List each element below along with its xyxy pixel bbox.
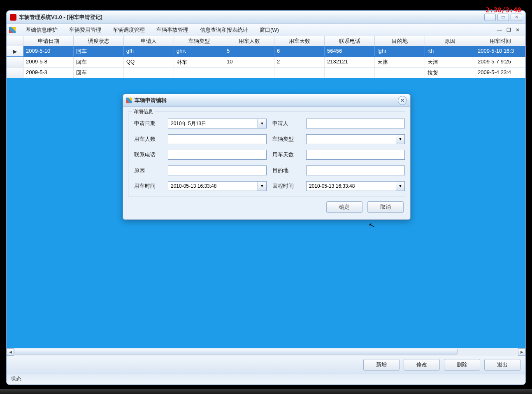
row-selector[interactable] — [7, 57, 23, 67]
grid-cell[interactable] — [224, 68, 274, 78]
label-vehicle-type: 车辆类型 — [272, 135, 300, 143]
dialog-title: 车辆申请编辑 — [135, 97, 398, 104]
col-phone[interactable]: 联系电话 — [325, 36, 375, 46]
menu-window[interactable]: 窗口(W) — [254, 25, 285, 35]
scroll-track[interactable] — [14, 348, 518, 356]
grid-cell[interactable]: 拉货 — [425, 68, 475, 78]
label-return-time: 回程时间 — [272, 182, 300, 190]
col-dispatch-status[interactable]: 调度状态 — [74, 36, 124, 46]
mdi-close[interactable]: ✕ — [514, 27, 521, 33]
grid-cell[interactable]: 2009-5-7 9:25 — [475, 57, 525, 67]
input-days[interactable] — [306, 150, 405, 160]
grid-cell[interactable]: 回车 — [74, 57, 124, 67]
scroll-right-button[interactable]: ▶ — [518, 348, 525, 356]
input-vehicle-type[interactable] — [306, 134, 396, 144]
label-days: 用车天数 — [272, 151, 300, 159]
maximize-button[interactable]: ▭ — [497, 14, 509, 21]
input-apply-date[interactable] — [168, 119, 258, 128]
grid-cell[interactable] — [375, 68, 425, 78]
grid-cell[interactable] — [274, 68, 325, 78]
ok-button[interactable]: 确定 — [326, 201, 362, 213]
grid-cell[interactable]: 2 — [274, 57, 325, 67]
grid-cell[interactable]: 5 — [224, 46, 274, 56]
video-time-overlay: 2:38/3:40 — [486, 6, 521, 14]
mdi-minimize[interactable]: — — [496, 27, 503, 33]
grid-cell[interactable]: rth — [425, 46, 475, 56]
grid-cell[interactable]: 回车 — [74, 46, 124, 56]
main-title: 车辆管理系统V1.0 - [用车申请登记] — [19, 14, 484, 21]
grid-cell[interactable]: 2132121 — [325, 57, 375, 67]
menu-accident-mgmt[interactable]: 车辆事故管理 — [151, 25, 194, 35]
table-row[interactable]: 2009-5-3回车拉货2009-5-4 23:4 — [7, 68, 525, 78]
return-time-dropdown[interactable]: ▼ — [396, 181, 405, 191]
grid-cell[interactable]: fghr — [375, 46, 425, 56]
grid-cell[interactable]: 6 — [274, 46, 325, 56]
grid-cell[interactable]: 2009-5-10 — [23, 46, 74, 56]
scroll-thumb[interactable] — [14, 349, 458, 354]
add-button[interactable]: 新增 — [363, 359, 400, 371]
col-vehicle-type[interactable]: 车辆类型 — [174, 36, 224, 46]
col-use-time[interactable]: 用车时间 — [475, 36, 525, 46]
col-applicant[interactable]: 申请人 — [124, 36, 174, 46]
dialog-body: 详细信息 申请日期 ▼ 申请人 用车人数 车辆类型 ▼ — [123, 107, 410, 219]
table-row[interactable]: 2009-5-8回车QQ卧车1022132121天津天津2009-5-7 9:2… — [7, 57, 525, 68]
col-destination[interactable]: 目的地 — [375, 36, 425, 46]
grid-cell[interactable]: 2009-5-10 16:3 — [475, 46, 525, 56]
minimize-button[interactable]: — — [484, 14, 496, 21]
grid-cell[interactable]: 2009-5-3 — [23, 68, 74, 78]
dialog-close-button[interactable]: ✕ — [398, 96, 407, 105]
horizontal-scrollbar[interactable]: ◀ ▶ — [7, 348, 525, 356]
close-button[interactable]: ✕ — [511, 14, 522, 21]
input-reason[interactable] — [168, 166, 267, 175]
row-selector-header[interactable] — [7, 36, 23, 46]
menu-query-reports[interactable]: 信息查询和报表统计 — [194, 25, 254, 35]
menu-cost-mgmt[interactable]: 车辆费用管理 — [63, 25, 107, 35]
scroll-left-button[interactable]: ◀ — [7, 348, 14, 356]
grid-cell[interactable]: 天津 — [375, 57, 425, 67]
grid-cell[interactable]: 10 — [224, 57, 274, 67]
label-applicant: 申请人 — [272, 120, 300, 127]
groupbox-title: 详细信息 — [132, 108, 155, 115]
menu-basic-info[interactable]: 基础信息维护 — [20, 25, 63, 35]
col-passenger-count[interactable]: 用车人数 — [224, 36, 274, 46]
exit-button[interactable]: 退出 — [484, 359, 520, 371]
grid-cell[interactable]: 56456 — [325, 46, 375, 56]
input-destination[interactable] — [306, 166, 405, 175]
menu-dispatch-mgmt[interactable]: 车辆调度管理 — [107, 25, 151, 35]
col-use-days[interactable]: 用车天数 — [274, 36, 325, 46]
grid-cell[interactable]: 卧车 — [174, 57, 224, 67]
detail-groupbox: 详细信息 申请日期 ▼ 申请人 用车人数 车辆类型 ▼ — [128, 112, 405, 196]
input-phone[interactable] — [168, 150, 267, 160]
col-apply-date[interactable]: 申请日期 — [23, 36, 74, 46]
grid-cell[interactable]: ghrt — [174, 46, 224, 56]
grid-cell[interactable]: 回车 — [74, 68, 124, 78]
dialog-titlebar[interactable]: 车辆申请编辑 ✕ — [123, 94, 410, 107]
row-selector[interactable]: ▶ — [7, 46, 23, 56]
app-icon — [10, 14, 16, 21]
input-use-time[interactable] — [168, 181, 258, 191]
grid-cell[interactable]: 2009-5-4 23:4 — [475, 68, 525, 78]
cancel-button[interactable]: 取消 — [367, 201, 404, 213]
grid-cell[interactable] — [325, 68, 375, 78]
input-applicant[interactable] — [306, 119, 405, 128]
grid-cell[interactable] — [174, 68, 224, 78]
label-destination: 目的地 — [272, 167, 300, 174]
col-reason[interactable]: 原因 — [425, 36, 475, 46]
grid-cell[interactable] — [124, 68, 174, 78]
taskbar[interactable] — [0, 389, 532, 394]
grid-cell[interactable]: QQ — [124, 57, 174, 67]
main-titlebar[interactable]: 车辆管理系统V1.0 - [用车申请登记] — ▭ ✕ — [7, 11, 525, 24]
use-time-dropdown[interactable]: ▼ — [258, 181, 267, 191]
input-passengers[interactable] — [168, 134, 267, 144]
delete-button[interactable]: 删除 — [444, 359, 480, 371]
input-return-time[interactable] — [306, 181, 396, 191]
apply-date-dropdown[interactable]: ▼ — [258, 119, 267, 128]
vehicle-type-dropdown[interactable]: ▼ — [396, 134, 405, 144]
mdi-restore[interactable]: ❐ — [505, 27, 512, 33]
row-selector[interactable] — [7, 68, 23, 78]
grid-cell[interactable]: 天津 — [425, 57, 475, 67]
edit-button[interactable]: 修改 — [404, 359, 440, 371]
grid-cell[interactable]: 2009-5-8 — [23, 57, 74, 67]
table-row[interactable]: ▶2009-5-10回车gfhghrt5656456fghrrth2009-5-… — [7, 46, 525, 57]
grid-cell[interactable]: gfh — [124, 46, 174, 56]
